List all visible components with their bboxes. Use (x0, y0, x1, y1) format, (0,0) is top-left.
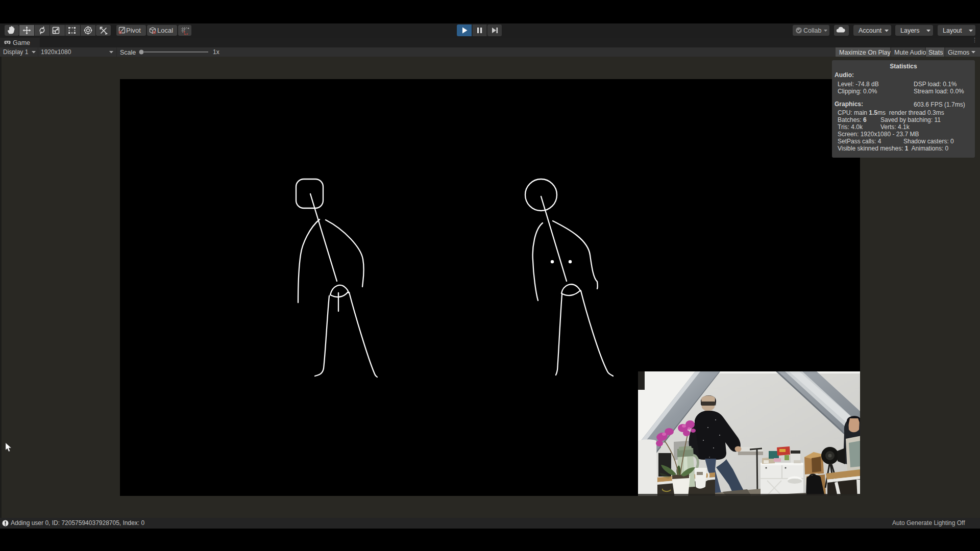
svg-text:Scale: Scale (120, 49, 136, 56)
svg-text:1x: 1x (213, 48, 219, 56)
svg-text:Game: Game (13, 39, 30, 46)
svg-text:Pivot: Pivot (126, 27, 141, 34)
svg-text:Gizmos: Gizmos (948, 49, 969, 56)
svg-text:Layout: Layout (943, 27, 962, 34)
svg-text:Account: Account (859, 27, 882, 34)
svg-text:Layers: Layers (900, 27, 920, 34)
svg-text:Maximize On Play: Maximize On Play (839, 49, 891, 56)
svg-text:980x551: 980x551 (41, 48, 71, 56)
svg-text:Stats: Stats (928, 49, 943, 56)
svg-text:Mute Audio: Mute Audio (894, 49, 926, 56)
svg-text:Local: Local (157, 27, 173, 34)
svg-text:Display 1: Display 1 (3, 48, 29, 56)
svg-text:Collab: Collab (803, 27, 821, 34)
